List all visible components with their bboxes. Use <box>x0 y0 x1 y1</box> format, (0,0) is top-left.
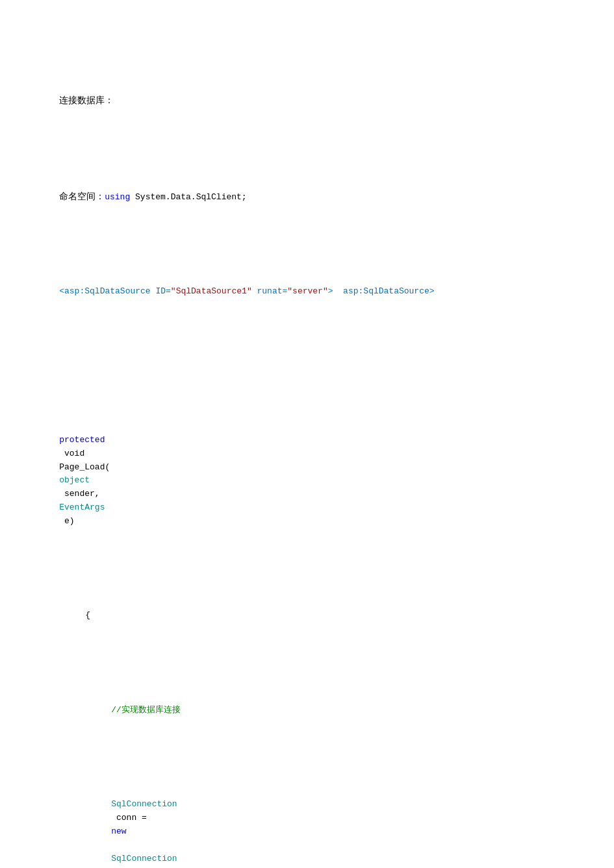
sqlconnection-ctor-1 <box>111 840 116 850</box>
namespace-label-text: 命名空间： <box>59 192 105 201</box>
using-keyword: using <box>105 192 130 202</box>
comment-impl-db: //实现数据库连接 <box>39 690 575 730</box>
sqlconnection-ctor-class-1: SqlConnection <box>111 854 177 863</box>
eventargs-type-1: EventArgs <box>59 502 105 512</box>
object-type-1: object <box>59 475 90 485</box>
new-keyword-1: new <box>111 826 126 836</box>
code-container: 连接数据库： 命名空间：using System.Data.SqlClient;… <box>39 26 575 868</box>
page-load-method: Page_Load( <box>59 462 110 472</box>
e-param-1: e) <box>59 516 74 526</box>
comment-impl-db-text: //实现数据库连接 <box>111 705 181 715</box>
section-heading-1: 连接数据库： <box>39 80 575 121</box>
protected-keyword-1: protected <box>59 435 105 445</box>
sqlconnection-new-1: SqlConnection conn = new SqlConnection (… <box>39 785 575 868</box>
open-brace-1: { <box>39 595 575 636</box>
void-keyword-1: void <box>59 449 90 458</box>
namespace-value: System.Data.SqlClient; <box>130 192 246 202</box>
namespace-line: 命名空间：using System.Data.SqlClient; <box>39 176 575 217</box>
brace-open-1-text: { <box>85 610 90 620</box>
sender-param-1: sender, <box>59 489 105 499</box>
asp-sqldatasource-text: <asp:SqlDataSource ID="SqlDataSource1" r… <box>59 286 434 296</box>
asp-sqldatasource-line: <asp:SqlDataSource ID="SqlDataSource1" r… <box>39 271 575 312</box>
section-title-1-text: 连接数据库： <box>59 95 114 105</box>
page-load-declaration: protected void Page_Load( object sender,… <box>39 420 575 541</box>
blank-line-1 <box>39 353 575 366</box>
conn-var-1: conn = <box>111 813 151 823</box>
sqlconnection-class-1: SqlConnection <box>111 799 177 809</box>
